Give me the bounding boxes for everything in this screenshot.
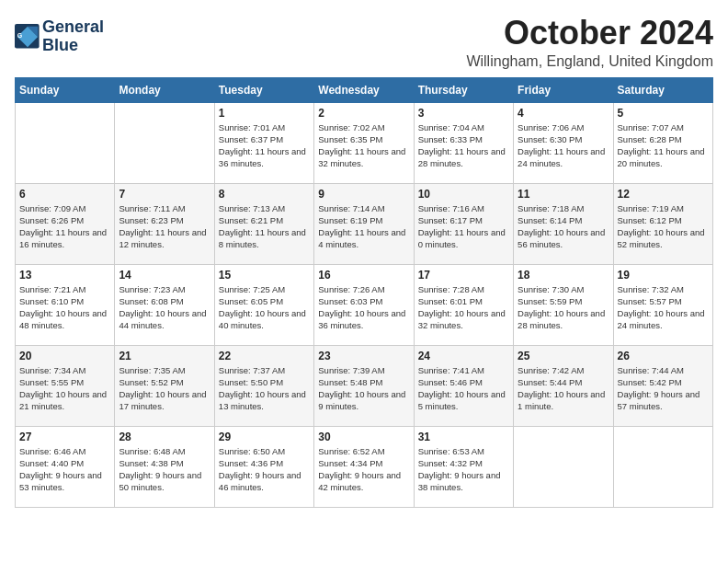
day-info: Sunrise: 7:11 AM Sunset: 6:23 PM Dayligh… <box>119 202 210 251</box>
table-cell: 27Sunrise: 6:46 AM Sunset: 4:40 PM Dayli… <box>16 426 115 507</box>
table-cell: 1Sunrise: 7:01 AM Sunset: 6:37 PM Daylig… <box>214 102 313 183</box>
day-number: 29 <box>219 431 310 443</box>
table-cell: 6Sunrise: 7:09 AM Sunset: 6:26 PM Daylig… <box>16 183 115 264</box>
table-cell: 10Sunrise: 7:16 AM Sunset: 6:17 PM Dayli… <box>414 183 513 264</box>
day-number: 26 <box>618 350 709 362</box>
day-info: Sunrise: 7:14 AM Sunset: 6:19 PM Dayligh… <box>318 202 409 251</box>
day-number: 8 <box>219 188 310 201</box>
week-row-1: 6Sunrise: 7:09 AM Sunset: 6:26 PM Daylig… <box>16 183 713 264</box>
table-cell: 2Sunrise: 7:02 AM Sunset: 6:35 PM Daylig… <box>314 102 414 183</box>
week-row-3: 20Sunrise: 7:34 AM Sunset: 5:55 PM Dayli… <box>16 345 713 426</box>
day-info: Sunrise: 7:25 AM Sunset: 6:05 PM Dayligh… <box>219 283 310 332</box>
table-cell: 12Sunrise: 7:19 AM Sunset: 6:12 PM Dayli… <box>613 183 712 264</box>
day-info: Sunrise: 7:39 AM Sunset: 5:48 PM Dayligh… <box>318 364 409 413</box>
day-number: 23 <box>318 350 409 362</box>
day-info: Sunrise: 7:32 AM Sunset: 5:57 PM Dayligh… <box>618 283 709 332</box>
day-info: Sunrise: 7:42 AM Sunset: 5:44 PM Dayligh… <box>518 364 609 413</box>
day-info: Sunrise: 6:50 AM Sunset: 4:36 PM Dayligh… <box>219 445 310 494</box>
logo-text: General Blue <box>42 18 104 55</box>
table-cell: 28Sunrise: 6:48 AM Sunset: 4:38 PM Dayli… <box>115 426 214 507</box>
week-row-0: 1Sunrise: 7:01 AM Sunset: 6:37 PM Daylig… <box>16 102 713 183</box>
table-cell <box>613 426 712 507</box>
table-cell: 19Sunrise: 7:32 AM Sunset: 5:57 PM Dayli… <box>613 264 712 345</box>
day-number: 7 <box>119 188 210 201</box>
col-thursday: Thursday <box>414 77 513 102</box>
table-cell: 21Sunrise: 7:35 AM Sunset: 5:52 PM Dayli… <box>115 345 214 426</box>
day-number: 2 <box>318 107 409 120</box>
day-info: Sunrise: 7:30 AM Sunset: 5:59 PM Dayligh… <box>518 283 609 332</box>
svg-text:G: G <box>17 32 23 39</box>
day-number: 30 <box>318 431 409 443</box>
day-number: 1 <box>219 107 310 120</box>
day-number: 19 <box>618 269 709 282</box>
day-info: Sunrise: 7:01 AM Sunset: 6:37 PM Dayligh… <box>219 121 310 170</box>
table-cell: 20Sunrise: 7:34 AM Sunset: 5:55 PM Dayli… <box>16 345 115 426</box>
day-info: Sunrise: 6:52 AM Sunset: 4:34 PM Dayligh… <box>318 445 409 494</box>
day-info: Sunrise: 7:07 AM Sunset: 6:28 PM Dayligh… <box>618 121 709 170</box>
day-number: 5 <box>618 107 709 120</box>
table-cell: 22Sunrise: 7:37 AM Sunset: 5:50 PM Dayli… <box>214 345 313 426</box>
table-cell: 30Sunrise: 6:52 AM Sunset: 4:34 PM Dayli… <box>314 426 414 507</box>
col-monday: Monday <box>115 77 214 102</box>
table-cell: 8Sunrise: 7:13 AM Sunset: 6:21 PM Daylig… <box>214 183 313 264</box>
calendar-table: Sunday Monday Tuesday Wednesday Thursday… <box>15 77 713 508</box>
page-container: G General Blue October 2024 Willingham, … <box>0 0 728 515</box>
day-number: 20 <box>19 350 110 362</box>
location: Willingham, England, United Kingdom <box>466 53 713 70</box>
day-info: Sunrise: 6:46 AM Sunset: 4:40 PM Dayligh… <box>19 445 110 494</box>
day-info: Sunrise: 7:09 AM Sunset: 6:26 PM Dayligh… <box>19 202 110 251</box>
table-cell: 11Sunrise: 7:18 AM Sunset: 6:14 PM Dayli… <box>514 183 613 264</box>
day-number: 4 <box>518 107 609 120</box>
table-cell <box>514 426 613 507</box>
col-sunday: Sunday <box>16 77 115 102</box>
col-wednesday: Wednesday <box>314 77 414 102</box>
table-cell: 9Sunrise: 7:14 AM Sunset: 6:19 PM Daylig… <box>314 183 414 264</box>
day-number: 9 <box>318 188 409 201</box>
day-number: 14 <box>119 269 210 282</box>
day-info: Sunrise: 7:16 AM Sunset: 6:17 PM Dayligh… <box>418 202 509 251</box>
day-number: 21 <box>119 350 210 362</box>
day-number: 12 <box>618 188 709 201</box>
table-cell: 29Sunrise: 6:50 AM Sunset: 4:36 PM Dayli… <box>214 426 313 507</box>
table-cell: 14Sunrise: 7:23 AM Sunset: 6:08 PM Dayli… <box>115 264 214 345</box>
day-info: Sunrise: 7:41 AM Sunset: 5:46 PM Dayligh… <box>418 364 509 413</box>
table-cell: 15Sunrise: 7:25 AM Sunset: 6:05 PM Dayli… <box>214 264 313 345</box>
day-number: 16 <box>318 269 409 282</box>
table-cell <box>16 102 115 183</box>
col-friday: Friday <box>514 77 613 102</box>
table-cell: 16Sunrise: 7:26 AM Sunset: 6:03 PM Dayli… <box>314 264 414 345</box>
day-info: Sunrise: 7:02 AM Sunset: 6:35 PM Dayligh… <box>318 121 409 170</box>
week-row-2: 13Sunrise: 7:21 AM Sunset: 6:10 PM Dayli… <box>16 264 713 345</box>
table-cell: 17Sunrise: 7:28 AM Sunset: 6:01 PM Dayli… <box>414 264 513 345</box>
table-cell: 3Sunrise: 7:04 AM Sunset: 6:33 PM Daylig… <box>414 102 513 183</box>
day-number: 13 <box>19 269 110 282</box>
month-title: October 2024 <box>466 15 713 52</box>
col-tuesday: Tuesday <box>214 77 313 102</box>
col-saturday: Saturday <box>613 77 712 102</box>
day-number: 15 <box>219 269 310 282</box>
day-number: 27 <box>19 431 110 443</box>
day-info: Sunrise: 6:48 AM Sunset: 4:38 PM Dayligh… <box>119 445 210 494</box>
day-number: 10 <box>418 188 509 201</box>
day-info: Sunrise: 7:28 AM Sunset: 6:01 PM Dayligh… <box>418 283 509 332</box>
table-cell <box>115 102 214 183</box>
day-info: Sunrise: 7:37 AM Sunset: 5:50 PM Dayligh… <box>219 364 310 413</box>
day-number: 24 <box>418 350 509 362</box>
table-cell: 18Sunrise: 7:30 AM Sunset: 5:59 PM Dayli… <box>514 264 613 345</box>
day-info: Sunrise: 6:53 AM Sunset: 4:32 PM Dayligh… <box>418 445 509 494</box>
day-info: Sunrise: 7:18 AM Sunset: 6:14 PM Dayligh… <box>518 202 609 251</box>
calendar-header-row: Sunday Monday Tuesday Wednesday Thursday… <box>16 77 713 102</box>
day-number: 3 <box>418 107 509 120</box>
table-cell: 24Sunrise: 7:41 AM Sunset: 5:46 PM Dayli… <box>414 345 513 426</box>
table-cell: 23Sunrise: 7:39 AM Sunset: 5:48 PM Dayli… <box>314 345 414 426</box>
logo-icon: G <box>15 24 40 50</box>
table-cell: 25Sunrise: 7:42 AM Sunset: 5:44 PM Dayli… <box>514 345 613 426</box>
day-info: Sunrise: 7:06 AM Sunset: 6:30 PM Dayligh… <box>518 121 609 170</box>
table-cell: 5Sunrise: 7:07 AM Sunset: 6:28 PM Daylig… <box>613 102 712 183</box>
day-info: Sunrise: 7:44 AM Sunset: 5:42 PM Dayligh… <box>618 364 709 413</box>
day-info: Sunrise: 7:21 AM Sunset: 6:10 PM Dayligh… <box>19 283 110 332</box>
table-cell: 4Sunrise: 7:06 AM Sunset: 6:30 PM Daylig… <box>514 102 613 183</box>
day-info: Sunrise: 7:19 AM Sunset: 6:12 PM Dayligh… <box>618 202 709 251</box>
table-cell: 31Sunrise: 6:53 AM Sunset: 4:32 PM Dayli… <box>414 426 513 507</box>
table-cell: 7Sunrise: 7:11 AM Sunset: 6:23 PM Daylig… <box>115 183 214 264</box>
